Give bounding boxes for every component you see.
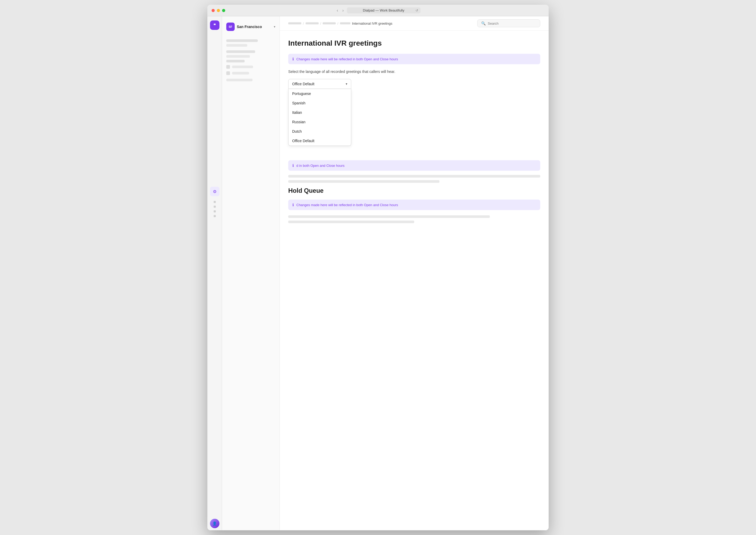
info-text: Changes made here will be reflected in b… (296, 57, 398, 61)
info-icon-3: ℹ (292, 203, 294, 207)
close-button[interactable] (212, 9, 215, 12)
info-text-3: Changes made here will be reflected in b… (296, 203, 398, 207)
icon-bar-small-items (214, 200, 216, 218)
hold-queue-title: Hold Queue (288, 187, 540, 194)
sidebar-header[interactable]: SF San Francisco ▾ (222, 20, 280, 35)
language-dropdown-wrapper: Office Default ▾ Portuguese Spanish Ital… (288, 79, 351, 89)
reload-icon[interactable]: ↺ (415, 9, 418, 12)
dropdown-item-russian[interactable]: Russian (288, 117, 351, 127)
bc-placeholder-1 (288, 22, 301, 24)
sidebar-checkbox-2 (226, 71, 230, 75)
sidebar-sk-7 (232, 72, 249, 74)
bc-placeholder-3 (323, 22, 336, 24)
info-icon: ℹ (292, 57, 294, 61)
app-logo[interactable]: ❝ (210, 20, 220, 30)
breadcrumb-current: International IVR greetings (352, 21, 392, 25)
info-banner-second: ℹ d in both Open and Close hours (288, 160, 540, 171)
dropdown-item-spanish[interactable]: Spanish (288, 99, 351, 108)
bc-sep-2: / (320, 21, 321, 25)
sidebar-sk-2 (226, 44, 247, 47)
main-content: / / / International IVR greetings 🔍 Inte… (280, 16, 549, 530)
dropdown-item-dutch[interactable]: Dutch (288, 127, 351, 136)
sidebar-sk-8 (226, 79, 253, 81)
dropdown-selected-value: Office Default (292, 82, 315, 86)
sidebar-checkbox-1 (226, 65, 230, 69)
sidebar-sk-4 (226, 55, 250, 58)
info-icon-2: ℹ (292, 163, 294, 168)
logo-icon: ❝ (213, 23, 216, 28)
gear-icon: ⚙ (213, 189, 217, 194)
search-bar[interactable]: 🔍 (477, 19, 540, 27)
skeleton-section-2 (288, 215, 540, 223)
search-icon: 🔍 (481, 21, 486, 25)
dropdown-chevron-icon: ▾ (346, 82, 347, 86)
bc-sep-1: / (303, 21, 304, 25)
small-icon-3 (214, 210, 216, 212)
sk-row-4 (288, 221, 414, 223)
sidebar-sk-3 (226, 50, 255, 53)
small-icon-4 (214, 215, 216, 217)
org-name: San Francisco (237, 25, 272, 29)
small-icon-1 (214, 201, 216, 203)
bc-sep-3: / (337, 21, 338, 25)
main-header: / / / International IVR greetings 🔍 (280, 16, 549, 31)
small-icon-2 (214, 206, 216, 208)
back-button[interactable]: ‹ (336, 7, 339, 14)
titlebar: ‹ › Dialpad — Work Beautifully ↺ (207, 5, 549, 16)
icon-bar: ❝ ⚙ 👤 (207, 16, 222, 530)
bc-placeholder-2 (306, 22, 319, 24)
sidebar-chevron-icon: ▾ (274, 25, 275, 29)
sidebar-sk-checkbox-row-2 (226, 71, 275, 75)
dropdown-item-portuguese[interactable]: Portuguese (288, 89, 351, 99)
maximize-button[interactable] (222, 9, 225, 12)
sk-row-2 (288, 180, 439, 183)
sidebar-sk-1 (226, 39, 258, 42)
breadcrumb: / / / International IVR greetings (288, 21, 392, 25)
search-input[interactable] (488, 21, 535, 25)
bc-placeholder-4 (340, 22, 350, 24)
forward-button[interactable]: › (341, 7, 345, 14)
sidebar-skeleton-section (222, 35, 280, 86)
url-bar[interactable]: Dialpad — Work Beautifully ↺ (347, 7, 420, 14)
dropdown-item-italian[interactable]: Italian (288, 108, 351, 117)
sk-row-3 (288, 215, 490, 218)
org-avatar: SF (226, 22, 235, 31)
hold-queue-info-banner: ℹ Changes made here will be reflected in… (288, 200, 540, 210)
titlebar-nav: ‹ › Dialpad — Work Beautifully ↺ (336, 7, 420, 14)
sk-row-1 (288, 175, 540, 178)
sidebar-sk-checkbox-row (226, 65, 275, 69)
language-dropdown-selected[interactable]: Office Default ▾ (288, 79, 351, 89)
skeleton-section-1 (288, 175, 540, 183)
info-banner-top: ℹ Changes made here will be reflected in… (288, 54, 540, 64)
sidebar: SF San Francisco ▾ (222, 16, 280, 530)
description-text: Select the language of all recorded gree… (288, 70, 540, 74)
url-text: Dialpad — Work Beautifully (363, 8, 404, 12)
minimize-button[interactable] (217, 9, 220, 12)
sidebar-sk-5 (226, 60, 245, 62)
language-dropdown-menu: Portuguese Spanish Italian Russian Dutch… (288, 89, 351, 146)
user-avatar[interactable]: 👤 (210, 519, 220, 528)
dropdown-item-office-default-2[interactable]: Office Default (288, 136, 351, 146)
window-controls (212, 9, 225, 12)
sidebar-sk-6 (232, 66, 253, 68)
org-initials: SF (228, 25, 232, 28)
app-layout: ❝ ⚙ 👤 SF San Francisco (207, 16, 549, 530)
main-body: International IVR greetings ℹ Changes ma… (280, 31, 549, 530)
browser-window: ‹ › Dialpad — Work Beautifully ↺ ❝ ⚙ (207, 5, 549, 530)
info-text-2: d in both Open and Close hours (296, 164, 345, 168)
settings-icon-bar-item[interactable]: ⚙ (210, 187, 220, 196)
avatar-placeholder: 👤 (210, 519, 220, 528)
page-title: International IVR greetings (288, 39, 540, 47)
